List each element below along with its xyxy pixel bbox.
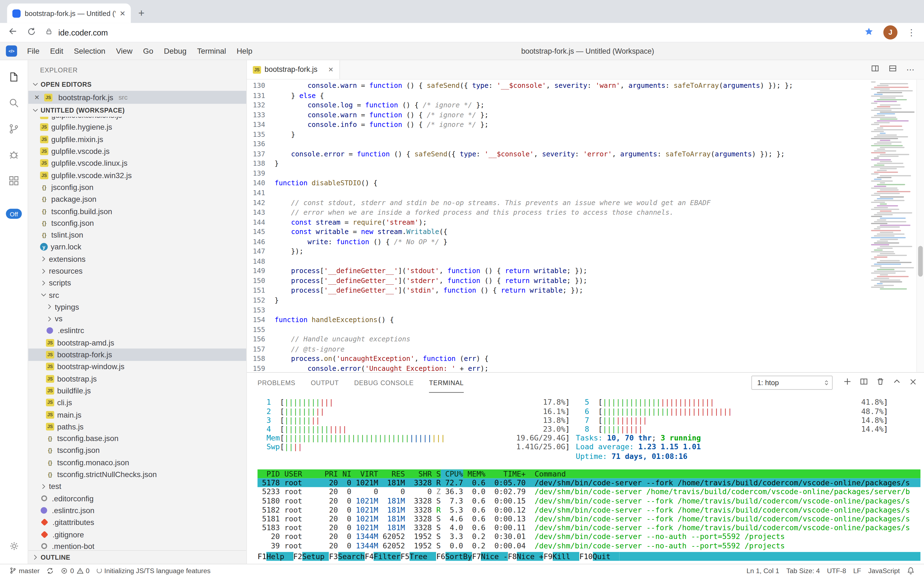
tree-item-.mention-bot[interactable]: .mention-bot xyxy=(28,540,246,551)
extensions-icon[interactable] xyxy=(0,168,28,193)
avatar[interactable]: J xyxy=(883,25,897,39)
tree-item-.editorconfig[interactable]: .editorconfig xyxy=(28,493,246,504)
tree-item-.eslintrc[interactable]: .eslintrc xyxy=(28,325,246,337)
section-outline[interactable]: OUTLINE xyxy=(28,551,246,564)
tree-item-tsconfig.build.json[interactable]: {}tsconfig.build.json xyxy=(28,205,246,217)
source-control-icon[interactable] xyxy=(0,116,28,142)
explorer-icon[interactable] xyxy=(0,64,28,89)
tree-item-tslint.json[interactable]: {}tslint.json xyxy=(28,229,246,241)
tree-item-cli.js[interactable]: JScli.js xyxy=(28,397,246,409)
maximize-panel-icon[interactable] xyxy=(893,378,901,388)
editor-tab-bootstrap-fork[interactable]: JS bootstrap-fork.js ✕ xyxy=(247,60,340,79)
tab-close-icon[interactable]: ✕ xyxy=(328,66,334,74)
new-terminal-icon[interactable] xyxy=(843,378,852,388)
tree-item-gulpfile.vscode.js[interactable]: JSgulpfile.vscode.js xyxy=(28,145,246,157)
minimap-line xyxy=(874,171,898,172)
notifications-bell-icon[interactable] xyxy=(903,567,918,575)
encoding-indicator[interactable]: UTF-8 xyxy=(823,567,850,575)
panel-tab-terminal[interactable]: TERMINAL xyxy=(429,373,464,393)
tree-item-bootstrap.js[interactable]: JSbootstrap.js xyxy=(28,373,246,385)
new-tab-button[interactable]: + xyxy=(133,5,149,21)
cursor-position[interactable]: Ln 1, Col 1 xyxy=(743,567,783,575)
tree-item-gulpfile.vscode.win32.js[interactable]: JSgulpfile.vscode.win32.js xyxy=(28,169,246,181)
more-actions-icon[interactable]: ⋯ xyxy=(906,65,914,74)
code-editor[interactable]: 130 console.warn = function () { safeSen… xyxy=(247,79,924,372)
sync-button[interactable] xyxy=(43,567,57,575)
tree-item-extensions[interactable]: extensions xyxy=(28,253,246,265)
tree-item-bootstrap-fork.js[interactable]: JSbootstrap-fork.js xyxy=(28,349,246,361)
split-editor-icon[interactable] xyxy=(871,64,879,75)
debug-icon[interactable] xyxy=(0,142,28,168)
git-branch-indicator[interactable]: master xyxy=(6,567,43,575)
collaboration-off-badge[interactable]: Off xyxy=(6,209,22,219)
url-input[interactable]: ide.coder.com xyxy=(58,28,854,37)
split-terminal-icon[interactable] xyxy=(860,378,868,388)
browser-menu-icon[interactable]: ⋮ xyxy=(907,27,916,38)
problems-indicator[interactable]: 0 0 xyxy=(57,567,93,575)
kill-terminal-icon[interactable] xyxy=(876,378,884,388)
menu-view[interactable]: View xyxy=(111,42,138,60)
menu-go[interactable]: Go xyxy=(138,42,159,60)
language-indicator[interactable]: JavaScript xyxy=(865,567,903,575)
tree-item-bootstrap-amd.js[interactable]: JSbootstrap-amd.js xyxy=(28,337,246,348)
tree-item-package.json[interactable]: {}package.json xyxy=(28,193,246,205)
tree-item-scripts[interactable]: scripts xyxy=(28,277,246,289)
eol-indicator[interactable]: LF xyxy=(850,567,865,575)
tree-item-bootstrap-window.js[interactable]: JSbootstrap-window.js xyxy=(28,361,246,372)
tree-item-jsconfig.json[interactable]: {}jsconfig.json xyxy=(28,181,246,193)
editor-scrollbar[interactable] xyxy=(916,79,924,372)
menu-help[interactable]: Help xyxy=(231,42,258,60)
panel-tab-debug-console[interactable]: DEBUG CONSOLE xyxy=(354,373,414,393)
tree-item-tsconfig.base.json[interactable]: {}tsconfig.base.json xyxy=(28,432,246,444)
open-editor-item[interactable]: ✕ JS bootstrap-fork.js src xyxy=(28,91,246,104)
close-panel-icon[interactable] xyxy=(909,378,917,388)
htop-meter-cpu2: 2 [|||||||||16.1%] xyxy=(257,406,570,416)
panel-tab-problems[interactable]: PROBLEMS xyxy=(257,373,296,393)
reload-icon[interactable] xyxy=(27,27,36,38)
close-icon[interactable]: ✕ xyxy=(34,93,41,101)
tree-item-tsconfig.strictNullChecks.json[interactable]: {}tsconfig.strictNullChecks.json xyxy=(28,469,246,480)
browser-tab[interactable]: bootstrap-fork.js — Untitled (W ✕ xyxy=(7,3,131,23)
scrollbar-thumb[interactable] xyxy=(918,246,923,276)
tree-item-paths.js[interactable]: JSpaths.js xyxy=(28,421,246,432)
section-open-editors[interactable]: OPEN EDITORS xyxy=(28,78,246,91)
back-icon[interactable] xyxy=(8,26,18,38)
tree-item-tsconfig.monaco.json[interactable]: {}tsconfig.monaco.json xyxy=(28,456,246,468)
menu-selection[interactable]: Selection xyxy=(69,42,111,60)
minimap-line xyxy=(877,149,885,150)
minimap-line xyxy=(871,131,884,132)
terminal-select[interactable]: 1: htop xyxy=(751,376,833,390)
tree-item-src[interactable]: src xyxy=(28,289,246,301)
section-workspace[interactable]: UNTITLED (WORKSPACE) xyxy=(28,104,246,117)
panel-tab-output[interactable]: OUTPUT xyxy=(311,373,339,393)
tree-item-test[interactable]: test xyxy=(28,480,246,492)
menu-file[interactable]: File xyxy=(22,42,45,60)
toggle-layout-icon[interactable] xyxy=(889,64,897,75)
tree-item-.gitignore[interactable]: .gitignore xyxy=(28,528,246,540)
tree-item-gulpfile.mixin.js[interactable]: JSgulpfile.mixin.js xyxy=(28,133,246,145)
tree-item-.gitattributes[interactable]: .gitattributes xyxy=(28,516,246,528)
tree-item-.eslintrc.json[interactable]: .eslintrc.json xyxy=(28,504,246,516)
menu-edit[interactable]: Edit xyxy=(45,42,69,60)
tree-item-buildfile.js[interactable]: JSbuildfile.js xyxy=(28,385,246,396)
tree-item-typings[interactable]: typings xyxy=(28,301,246,313)
menu-debug[interactable]: Debug xyxy=(159,42,192,60)
tree-item-gulpfile.vscode.linux.js[interactable]: JSgulpfile.vscode.linux.js xyxy=(28,157,246,169)
settings-gear-icon[interactable] xyxy=(0,533,28,559)
tree-item-resources[interactable]: resources xyxy=(28,265,246,277)
bookmark-star-icon[interactable] xyxy=(864,26,874,39)
search-icon[interactable] xyxy=(0,90,28,116)
indentation-indicator[interactable]: Tab Size: 4 xyxy=(783,567,824,575)
menu-terminal[interactable]: Terminal xyxy=(192,42,231,60)
tree-item-main.js[interactable]: JSmain.js xyxy=(28,409,246,421)
tree-item-tsconfig.json[interactable]: {}tsconfig.json xyxy=(28,217,246,229)
tab-close-icon[interactable]: ✕ xyxy=(120,9,126,17)
tree-item-vs[interactable]: vs xyxy=(28,313,246,325)
tree-item-yarn.lock[interactable]: yyarn.lock xyxy=(28,241,246,253)
terminal-view[interactable]: 1 [|||||||||||17.8%] 5 [||||||||||||||||… xyxy=(247,393,924,564)
process-row-5233: 5233 root 20 0 0 0 0 Z 36.3 0.0 0:02.79 … xyxy=(257,487,921,496)
minimap[interactable] xyxy=(871,82,916,372)
tree-item-gulpfile.extensions.js[interactable]: JSgulpfile.extensions.js xyxy=(28,117,246,121)
tree-item-gulpfile.hygiene.js[interactable]: JSgulpfile.hygiene.js xyxy=(28,121,246,133)
tree-item-tsconfig.json[interactable]: {}tsconfig.json xyxy=(28,445,246,456)
